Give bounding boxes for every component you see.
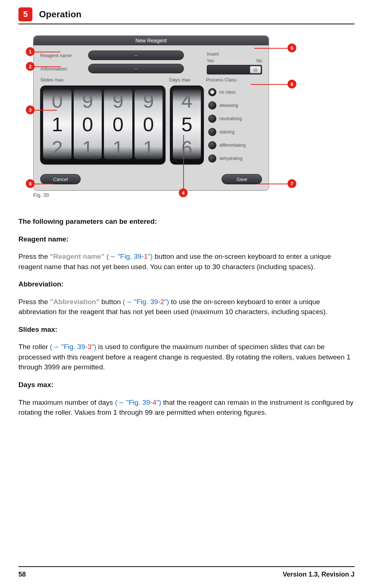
digit: 9 [112, 89, 123, 112]
digit: 1 [82, 136, 93, 159]
callout-7: 7 [287, 179, 296, 188]
callout-4: 4 [179, 188, 188, 197]
save-button[interactable]: Save [222, 174, 262, 184]
digit: 5 [181, 112, 192, 136]
insert-yes-label: Yes [207, 58, 214, 63]
toggle-handle-icon: |||| [250, 66, 261, 73]
intro-heading: The following parameters can be entered: [18, 216, 355, 227]
body-text: The following parameters can be entered:… [18, 216, 355, 418]
wheel[interactable]: 9 0 1 [74, 89, 102, 159]
radio-icon [208, 141, 216, 149]
version-label: Version 1.3, Revision J [283, 571, 355, 578]
process-class-label-text: neutralising [219, 116, 242, 121]
radio-icon [208, 154, 216, 163]
radio-icon [208, 88, 216, 96]
page-header: 5 Operation [18, 7, 355, 21]
digit: 4 [181, 89, 192, 112]
paragraph-days-max: The maximum number of days (→ "Fig. 39-4… [18, 397, 355, 418]
callout-line [183, 135, 184, 188]
callout-line [254, 48, 287, 49]
process-class-label: Process Class [206, 77, 262, 83]
digit: 0 [82, 112, 93, 136]
slides-max-label: Slides max [40, 77, 169, 83]
process-class-option[interactable]: staining [208, 126, 262, 138]
callout-line [251, 84, 287, 85]
digit: 2 [52, 136, 63, 159]
callout-line [35, 52, 60, 52]
figure-caption: Fig. 39 [33, 192, 355, 198]
heading-slides-max: Slides max: [18, 324, 355, 335]
reagent-name-input[interactable]: -- [88, 51, 184, 60]
heading-reagent-name: Reagent name: [18, 234, 355, 244]
digit: 0 [112, 112, 123, 136]
callout-1: 1 [26, 47, 35, 56]
digit: 9 [143, 89, 154, 112]
wheel[interactable]: 9 0 1 [104, 89, 132, 159]
process-class-list: no class dewaxing neutralising stai [208, 86, 262, 164]
paragraph-abbreviation: Press the "Abbreviation" button (→ "Fig.… [18, 297, 355, 317]
digit: 1 [112, 136, 123, 159]
chapter-title: Operation [39, 9, 81, 20]
radio-icon [208, 101, 216, 109]
cancel-button[interactable]: Cancel [40, 174, 81, 184]
device-panel: New Reagent Reagent name: -- Abbreviatio… [33, 35, 269, 191]
process-class-label-text: no class [219, 90, 236, 95]
abbreviation-input[interactable]: -- [88, 64, 184, 73]
process-class-option[interactable]: no class [208, 86, 262, 98]
callout-5: 5 [287, 44, 296, 52]
reagent-name-label: Reagent name: [40, 53, 84, 58]
paragraph-slides-max: The roller (→ "Fig. 39-3") is used to co… [18, 342, 355, 372]
callout-line [258, 184, 287, 184]
page-footer: 58 Version 1.3, Revision J [18, 566, 355, 578]
callout-2: 2 [26, 62, 35, 71]
wheel[interactable]: 0 1 2 [43, 89, 72, 159]
digit: 1 [143, 136, 154, 159]
process-class-label-text: dehydrating [219, 156, 243, 161]
digit: 0 [52, 89, 63, 112]
wheel[interactable]: 9 0 1 [135, 89, 163, 159]
radio-icon [208, 115, 216, 123]
days-max-label: Days max [169, 77, 206, 83]
header-divider [18, 24, 355, 24]
process-class-option[interactable]: differentiating [208, 139, 262, 151]
process-class-option[interactable]: neutralising [208, 113, 262, 125]
slides-max-roller[interactable]: 0 1 2 9 0 1 9 0 1 [40, 86, 165, 164]
process-class-label-text: differentiating [219, 143, 246, 148]
paragraph-reagent-name: Press the "Reagent name" (→ "Fig. 39-1")… [18, 251, 355, 272]
process-class-option[interactable]: dehydrating [208, 153, 262, 164]
insert-toggle[interactable]: |||| [207, 65, 262, 74]
process-class-option[interactable]: dewaxing [208, 100, 262, 111]
wheel[interactable]: 4 5 6 [173, 89, 201, 159]
callout-line [35, 66, 60, 67]
callout-8: 8 [26, 179, 35, 188]
callout-6: 6 [287, 80, 296, 88]
process-class-label-text: staining [219, 129, 234, 135]
insert-no-label: No [257, 58, 262, 63]
digit: 0 [143, 112, 154, 136]
callout-line [35, 110, 57, 111]
page-number: 58 [18, 571, 26, 578]
dialog-title: New Reagent [34, 36, 269, 45]
figure-39: 1 2 3 4 5 6 7 8 New Reagent Reagent name… [33, 35, 355, 198]
callout-3: 3 [26, 105, 35, 114]
digit: 1 [52, 112, 63, 136]
heading-abbreviation: Abbreviation: [18, 279, 355, 289]
radio-icon [208, 128, 216, 136]
process-class-label-text: dewaxing [219, 103, 238, 108]
callout-line [35, 184, 53, 184]
digit: 9 [82, 89, 93, 112]
heading-days-max: Days max: [18, 380, 355, 390]
insert-label: Insert [207, 51, 262, 57]
chapter-number-tab: 5 [18, 7, 32, 21]
days-max-roller[interactable]: 4 5 6 [170, 86, 204, 164]
